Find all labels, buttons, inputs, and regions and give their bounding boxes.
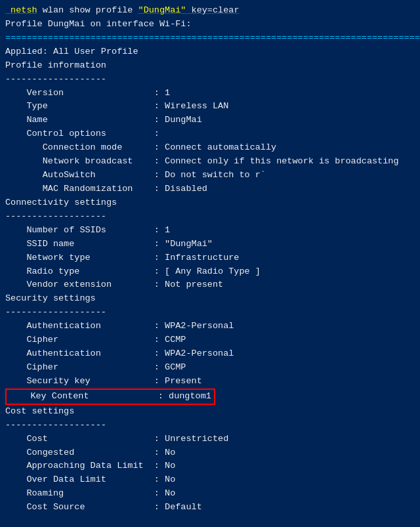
terminal-line: Network type : Infrastructure <box>5 251 415 265</box>
terminal-line: ------------------- <box>5 210 415 224</box>
terminal-line: Type : Wireless LAN <box>5 100 415 114</box>
cmd-key-arg: key=clear <box>186 4 239 18</box>
terminal-line: Name : DungMai <box>5 114 415 127</box>
terminal-line: Approaching Data Limit : No <box>5 459 415 473</box>
cmd-profile-arg: "DungMai" <box>138 4 186 18</box>
terminal-line: Profile information <box>5 59 415 73</box>
terminal-line: Applied: All User Profile <box>5 45 415 59</box>
terminal-line: Cost : Unrestricted <box>5 432 415 446</box>
terminal-line: ========================================… <box>5 32 415 45</box>
cmd-wlan: wlan show profile <box>37 4 138 18</box>
command-line: netsh wlan show profile "DungMai" key=cl… <box>5 4 415 18</box>
terminal-line: Cost Source : Default <box>5 501 415 515</box>
terminal-line: Authentication : WPA2-Personal <box>5 347 415 361</box>
terminal-line: Vendor extension : Not present <box>5 278 415 292</box>
terminal-line: Key Content : dungtom1 <box>5 389 415 405</box>
terminal-line: Profile DungMai on interface Wi-Fi: <box>5 18 415 32</box>
terminal-line: Roaming : No <box>5 487 415 501</box>
terminal-line: Cipher : CCMP <box>5 333 415 347</box>
terminal-output: Profile DungMai on interface Wi-Fi:=====… <box>5 18 415 515</box>
terminal-line: Cost settings <box>5 405 415 419</box>
terminal-line: Radio type : [ Any Radio Type ] <box>5 265 415 279</box>
terminal-line: ------------------- <box>5 306 415 320</box>
terminal-line: ------------------- <box>5 73 415 87</box>
terminal-line: Connection mode : Connect automatically <box>5 141 415 155</box>
terminal-line: MAC Randomization : Disabled <box>5 182 415 196</box>
key-content-row: Key Content : dungtom1 <box>5 389 215 405</box>
terminal-line: Network broadcast : Connect only if this… <box>5 155 415 169</box>
terminal-line: Connectivity settings <box>5 196 415 210</box>
cmd-netsh: netsh <box>5 4 37 18</box>
terminal-line: Cipher : GCMP <box>5 361 415 375</box>
terminal-window: netsh wlan show profile "DungMai" key=cl… <box>0 0 420 527</box>
terminal-line: Security key : Present <box>5 375 415 389</box>
terminal-line: Number of SSIDs : 1 <box>5 224 415 238</box>
terminal-line: Congested : No <box>5 446 415 460</box>
terminal-line: Over Data Limit : No <box>5 473 415 487</box>
terminal-line: SSID name : "DungMai" <box>5 238 415 251</box>
terminal-line: Security settings <box>5 292 415 306</box>
terminal-line: AutoSwitch : Do not switch to r` <box>5 169 415 182</box>
terminal-line: Authentication : WPA2-Personal <box>5 320 415 333</box>
terminal-line: Control options : <box>5 127 415 141</box>
terminal-line: Version : 1 <box>5 87 415 100</box>
terminal-line: ------------------- <box>5 419 415 432</box>
